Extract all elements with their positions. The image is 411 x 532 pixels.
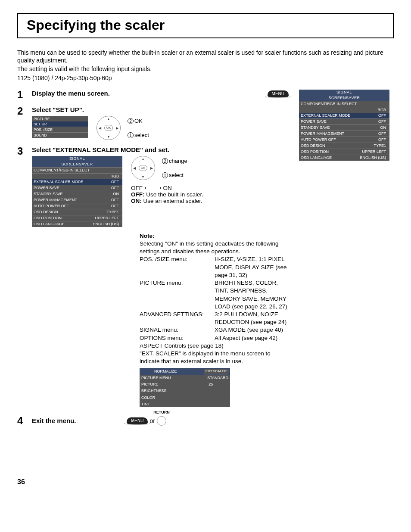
def-key: PICTURE menu:	[140, 279, 213, 311]
ext-row: NORMALIZE	[140, 368, 191, 374]
osd-row: OSD POSITION	[32, 215, 89, 221]
step-3-heading: Select "EXTERNAL SCALER MODE" and set.	[32, 146, 289, 153]
step-1-number: 1	[17, 90, 26, 100]
menu-button-icon: MENU	[127, 417, 148, 424]
ext-row: TINT	[140, 401, 191, 407]
def-val: BRIGHTNESS, COLOR, TINT, SHARPNESS, MEMO…	[215, 279, 289, 311]
osd-row: STANDBY SAVE	[299, 124, 356, 131]
osd-row: OSD DESIGN	[299, 143, 356, 149]
on-desc: ON: Use an external scaler.	[131, 198, 203, 204]
osd-row: AUTO POWER OFF	[299, 137, 356, 143]
osd-row: OSD DESIGN	[32, 209, 89, 215]
dpad-icon: ▲▼◀▶ OK	[131, 156, 155, 180]
step-2-number: 2	[17, 106, 26, 140]
step-4-heading: Exit the menu.	[32, 417, 118, 424]
step-3-number: 3	[17, 146, 26, 410]
def-key: ADVANCED SETTINGS:	[140, 311, 213, 326]
sidebar-osd: SIGNAL SCREENSAVER COMPONENT/RGB-IN SELE…	[299, 90, 389, 161]
osd-val: OFF	[356, 113, 389, 119]
osd-val: ENGLISH (US)	[89, 221, 122, 227]
def-val: XGA MODE (see page 40)	[215, 326, 289, 334]
ext-row: COLOR	[140, 394, 191, 401]
osd-val: OFF	[356, 131, 389, 137]
step-1-heading: Display the menu screen.	[32, 90, 259, 97]
def-key: POS. /SIZE menu:	[140, 255, 213, 279]
osd-row: EXTERNAL SCALER MODE	[32, 179, 89, 185]
osd-row: POWER SAVE	[32, 185, 89, 191]
sidebar-osd-column: SIGNAL SCREENSAVER COMPONENT/RGB-IN SELE…	[299, 90, 394, 432]
dpad-ok-label: 2OK	[128, 118, 149, 124]
dpad-select-label: 1select	[128, 132, 149, 138]
osd-val: RGB	[89, 173, 122, 179]
osd-row	[32, 173, 89, 179]
osd-val: ON	[89, 191, 122, 197]
osd-row: OSD POSITION	[299, 149, 356, 155]
dpad-select-label: 1select	[162, 172, 187, 178]
osd-val: RGB	[356, 107, 389, 113]
step-3: 3 Select "EXTERNAL SCALER MODE" and set.…	[17, 146, 289, 410]
page-number: 36	[17, 478, 25, 486]
osd-val: ENGLISH (US)	[356, 155, 389, 161]
note-heading: Note:	[140, 232, 289, 240]
osd-val: ON	[356, 124, 389, 131]
def-key: OPTIONS menu:	[140, 334, 213, 342]
note-lead: Selecting "ON" in this setting deactivat…	[140, 240, 289, 255]
ext-row: PICTURE MENU	[140, 375, 191, 381]
osd-val: OFF	[89, 197, 122, 203]
def-val: H-SIZE, V-SIZE, 1:1 PIXEL MODE, DISPLAY …	[215, 255, 289, 279]
osd-row: EXTERNAL SCALER MODE	[299, 113, 356, 119]
setup-menu-mock: PICTURE SET UP POS. /SIZE SOUND	[32, 116, 88, 138]
menu-item: POS. /SIZE	[32, 127, 88, 132]
note-definitions: POS. /SIZE menu:H-SIZE, V-SIZE, 1:1 PIXE…	[140, 255, 289, 342]
osd-row: STANDBY SAVE	[32, 191, 89, 197]
step-2-heading: Select "SET UP".	[32, 106, 289, 113]
osd-row: POWER SAVE	[299, 118, 356, 124]
osd-row: POWER MANAGEMENT	[299, 131, 356, 137]
ext-row: BRIGHTNESS	[140, 388, 191, 394]
osd-val: OFF	[89, 185, 122, 191]
or-text: or	[149, 417, 155, 424]
osd-row: COMPONENT/RGB-IN SELECT	[32, 167, 122, 173]
menu-item-selected: SET UP	[32, 121, 88, 127]
steps-column: 1 Display the menu screen. MENU 2 Select…	[17, 90, 289, 432]
ext-scaler-wrap: EXT.SCALER NORMALIZE PICTURE MENUSTANDAR…	[140, 365, 230, 407]
osd-val: OFF	[89, 203, 122, 209]
ok-button-icon: OK	[104, 125, 113, 131]
note-aspect: ASPECT Controls (see page 18)	[140, 342, 289, 350]
osd-val: TYPE1	[356, 143, 389, 149]
osd-row: SCREENSAVER	[299, 95, 389, 101]
osd-row: OSD LANGUAGE	[32, 221, 89, 227]
osd-row: SIGNAL	[299, 90, 389, 95]
intro-line-2: The setting is valid with the following …	[17, 65, 394, 73]
note-block: Note: Selecting "ON" in this setting dea…	[140, 232, 289, 410]
dpad-icon: ▲▼◀▶ OK	[97, 116, 121, 140]
step-2: 2 Select "SET UP". PICTURE SET UP POS. /…	[17, 106, 289, 140]
ext-val: 25	[191, 381, 230, 388]
menu-button-icon: MENU	[268, 90, 289, 97]
osd-val: TYPE1	[89, 209, 122, 215]
note-ext-scaler: "EXT. SCALER" is displayed in the menu s…	[140, 350, 289, 365]
external-scaler-osd: SIGNAL SCREENSAVER COMPONENT/RGB-IN SELE…	[32, 156, 122, 227]
osd-val: UPPER LEFT	[356, 149, 389, 155]
step-4-number: 4	[17, 416, 26, 426]
osd-row: AUTO POWER OFF	[32, 203, 89, 209]
off-on-toggle: OFF ⟵⟶ ON	[131, 184, 203, 191]
osd-val: OFF	[356, 137, 389, 143]
osd-row: COMPONENT/RGB-IN SELECT	[299, 101, 389, 107]
def-val: All Aspect (see page 42)	[215, 334, 289, 342]
return-button-icon	[157, 416, 166, 426]
osd-val: UPPER LEFT	[89, 215, 122, 221]
title-box: Specifying the scaler	[17, 13, 394, 38]
osd-row	[299, 107, 356, 113]
off-desc: OFF: Use the built-in scaler.	[131, 191, 203, 198]
osd-row: OSD LANGUAGE	[299, 155, 356, 161]
ext-scaler-menu-mock: EXT.SCALER NORMALIZE PICTURE MENUSTANDAR…	[140, 368, 230, 407]
intro-line-1: This menu can be used to specify whether…	[17, 49, 394, 64]
step-4: 4 Exit the menu. MENU or RETURN	[17, 416, 289, 426]
osd-val: OFF	[89, 179, 122, 185]
page-title: Specifying the scaler	[27, 17, 384, 33]
menu-item: SOUND	[32, 132, 88, 138]
osd-row: POWER MANAGEMENT	[32, 197, 89, 203]
step-1: 1 Display the menu screen. MENU	[17, 90, 289, 100]
osd-row: SCREENSAVER	[32, 162, 122, 168]
